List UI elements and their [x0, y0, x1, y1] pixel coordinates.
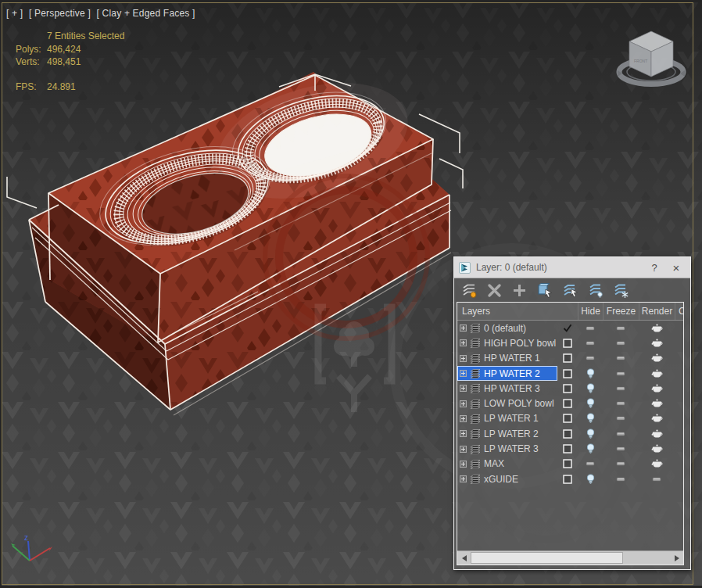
expand-icon[interactable]: [460, 400, 467, 407]
select-highlighted-objects-icon[interactable]: [562, 282, 579, 299]
render-toggle[interactable]: [639, 411, 675, 426]
dialog-close-button[interactable]: ×: [665, 261, 687, 274]
current-layer-toggle[interactable]: [557, 411, 578, 426]
scroll-left-button[interactable]: [457, 551, 471, 565]
render-toggle[interactable]: [639, 396, 675, 411]
layer-stack-icon: [470, 444, 481, 454]
freeze-toggle[interactable]: [603, 471, 639, 486]
expand-icon[interactable]: [460, 370, 467, 377]
layer-explorer-dialog: Layer: 0 (default) ? ×: [453, 256, 691, 570]
stats-fps-value: 24.891: [47, 81, 76, 92]
layer-row[interactable]: 0 (default): [457, 321, 683, 335]
expand-icon[interactable]: [460, 446, 467, 453]
layer-row[interactable]: xGUIDE: [457, 471, 683, 486]
current-layer-toggle[interactable]: [557, 471, 578, 486]
expand-icon[interactable]: [460, 461, 467, 468]
layer-row[interactable]: LP WATER 2: [457, 426, 683, 441]
current-layer-toggle[interactable]: [557, 381, 578, 396]
render-toggle[interactable]: [639, 441, 675, 456]
render-toggle[interactable]: [639, 457, 675, 471]
freeze-toggle[interactable]: [603, 457, 639, 471]
current-layer-toggle[interactable]: [557, 335, 578, 350]
layer-row[interactable]: HP WATER 1: [457, 351, 683, 366]
stats-selection: 7 Entities Selected: [47, 30, 124, 41]
freeze-toggle[interactable]: [603, 351, 639, 366]
hide-toggle[interactable]: [578, 411, 603, 426]
add-selection-to-highlighted-layer-icon[interactable]: [536, 282, 553, 299]
layer-row[interactable]: LP WATER 3: [457, 441, 683, 456]
render-toggle[interactable]: [639, 321, 675, 335]
stats-polys-value: 496,424: [47, 44, 81, 55]
hide-toggle[interactable]: [578, 426, 603, 441]
current-layer-toggle[interactable]: [557, 441, 578, 456]
column-header-render[interactable]: Render: [639, 303, 675, 320]
expand-icon[interactable]: [460, 430, 467, 437]
viewport-pov-menu[interactable]: [ + ]: [6, 8, 23, 19]
hide-toggle[interactable]: [578, 366, 603, 381]
render-toggle[interactable]: [639, 471, 675, 486]
hide-toggle[interactable]: [578, 396, 603, 411]
hide-toggle[interactable]: [578, 441, 603, 456]
column-header-freeze[interactable]: Freeze: [603, 303, 639, 320]
viewport-view-menu[interactable]: [ Perspective ]: [29, 8, 91, 19]
layer-name: LP WATER 1: [484, 413, 539, 424]
scrollbar-thumb[interactable]: [471, 552, 623, 564]
expand-icon[interactable]: [460, 385, 467, 392]
layer-row[interactable]: LP WATER 1: [457, 411, 683, 426]
dialog-titlebar[interactable]: Layer: 0 (default) ? ×: [454, 257, 690, 278]
scrollbar-track[interactable]: [471, 551, 670, 565]
render-toggle[interactable]: [639, 381, 675, 396]
hide-toggle[interactable]: [578, 471, 603, 486]
hide-toggle[interactable]: [578, 335, 603, 350]
add-layer-icon[interactable]: [511, 282, 528, 299]
hide-toggle[interactable]: [578, 321, 603, 335]
hide-toggle[interactable]: [578, 351, 603, 366]
layer-row[interactable]: HP WATER 3: [457, 381, 683, 396]
column-header-layers[interactable]: Layers: [457, 303, 557, 320]
layer-stack-icon: [470, 338, 481, 348]
layer-row[interactable]: LOW POLY bowl: [457, 396, 683, 411]
current-layer-toggle[interactable]: [557, 351, 578, 366]
expand-icon[interactable]: [460, 415, 467, 422]
render-toggle[interactable]: [639, 366, 675, 381]
hide-toggle[interactable]: [578, 381, 603, 396]
layer-row[interactable]: MAX: [457, 457, 683, 471]
hide-toggle[interactable]: [578, 457, 603, 471]
freeze-toggle[interactable]: [603, 441, 639, 456]
viewcube-front-label: FRONT: [634, 59, 647, 63]
current-layer-toggle[interactable]: [557, 457, 578, 471]
freeze-toggle[interactable]: [603, 321, 639, 335]
layer-name: HP WATER 3: [484, 383, 540, 394]
layer-row[interactable]: HP WATER 2: [457, 366, 683, 381]
layer-row[interactable]: HIGH POLY bowl: [457, 335, 683, 350]
create-new-layer-icon[interactable]: [461, 282, 478, 299]
current-layer-toggle[interactable]: [557, 366, 578, 381]
dialog-title: Layer: 0 (default): [476, 262, 643, 273]
hide-unhide-all-layers-icon[interactable]: [588, 282, 604, 299]
current-layer-toggle[interactable]: [557, 396, 578, 411]
expand-icon[interactable]: [460, 355, 467, 362]
render-toggle[interactable]: [639, 426, 675, 441]
freeze-toggle[interactable]: [603, 381, 639, 396]
layer-name: 0 (default): [484, 323, 526, 334]
freeze-toggle[interactable]: [603, 411, 639, 426]
current-layer-toggle[interactable]: [557, 321, 578, 335]
current-layer-toggle[interactable]: [557, 426, 578, 441]
freeze-toggle[interactable]: [603, 335, 639, 350]
render-toggle[interactable]: [639, 351, 675, 366]
freeze-toggle[interactable]: [603, 396, 639, 411]
dialog-help-button[interactable]: ?: [643, 262, 665, 274]
delete-layer-icon[interactable]: [486, 282, 503, 299]
freeze-toggle[interactable]: [603, 366, 639, 381]
list-empty-area[interactable]: [457, 486, 683, 550]
viewport-shading-menu[interactable]: [ Clay + Edged Faces ]: [96, 8, 195, 19]
column-header-hide[interactable]: Hide: [578, 303, 603, 320]
expand-icon[interactable]: [460, 339, 467, 346]
freeze-unfreeze-all-layers-icon[interactable]: [613, 282, 629, 299]
render-toggle[interactable]: [639, 335, 675, 350]
column-header-color[interactable]: C: [675, 303, 683, 320]
scroll-right-button[interactable]: [670, 551, 683, 565]
expand-icon[interactable]: [460, 475, 467, 482]
expand-icon[interactable]: [460, 324, 467, 332]
freeze-toggle[interactable]: [603, 426, 639, 441]
